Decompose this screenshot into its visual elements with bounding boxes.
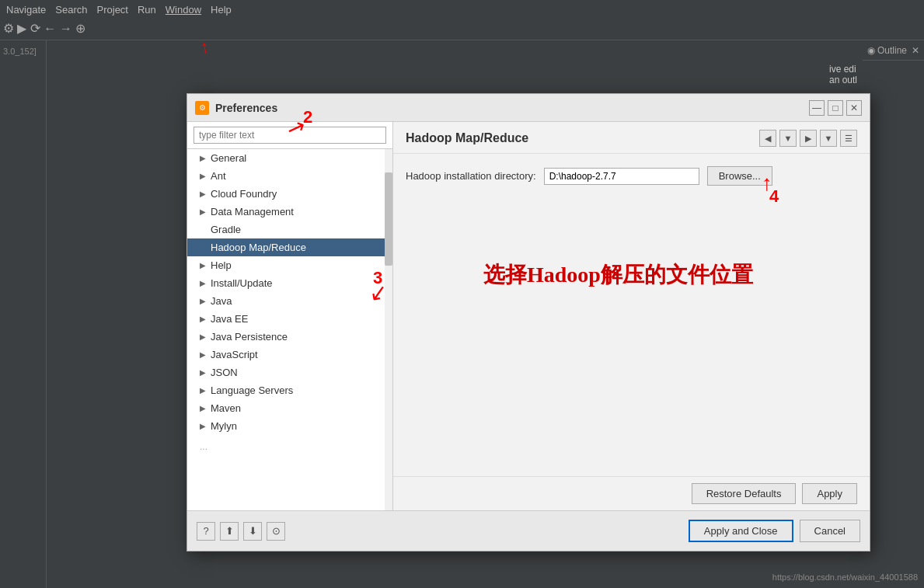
browse-button[interactable]: Browse... bbox=[707, 166, 772, 186]
arrow-java-persistence: ▶ bbox=[200, 332, 207, 341]
menu-window[interactable]: Window bbox=[166, 4, 201, 16]
settings-icon-button[interactable]: ⊙ bbox=[267, 522, 285, 541]
footer-left: ? ⬆ ⬇ ⊙ bbox=[197, 522, 285, 541]
nav-dropdown-button[interactable]: ▼ bbox=[779, 130, 797, 147]
arrow-data-management: ▶ bbox=[200, 207, 207, 216]
nav-forward-button[interactable]: ▶ bbox=[800, 130, 817, 147]
tree-item-java-persistence-label: Java Persistence bbox=[211, 331, 288, 343]
watermark: https://blog.csdn.net/waixin_44001588 bbox=[772, 572, 918, 582]
hadoop-dir-row: Hadoop installation directory: Browse... bbox=[406, 166, 857, 186]
arrow-install-update: ▶ bbox=[200, 279, 207, 287]
import-button[interactable]: ⬇ bbox=[243, 522, 262, 541]
dialog-title-left: ⚙ Preferences bbox=[195, 101, 277, 115]
apply-and-close-button[interactable]: Apply and Close bbox=[689, 520, 793, 542]
arrow-language-servers: ▶ bbox=[200, 386, 207, 395]
menu-project[interactable]: Project bbox=[97, 4, 128, 16]
tree-item-cloud-foundry-label: Cloud Foundry bbox=[211, 188, 277, 200]
arrow-javascript: ▶ bbox=[200, 350, 207, 359]
export-button[interactable]: ⬆ bbox=[220, 522, 239, 541]
menu-navigate[interactable]: Navigate bbox=[6, 4, 46, 16]
dialog-body: ▶ General ▶ Ant ▶ Cloud Foundry ▶ Data M… bbox=[187, 122, 870, 510]
tree-item-help[interactable]: ▶ Help bbox=[187, 256, 392, 274]
content-title: Hadoop Map/Reduce bbox=[406, 131, 528, 145]
tree-item-help-label: Help bbox=[211, 259, 232, 271]
tree-item-ant-label: Ant bbox=[211, 170, 226, 182]
arrow-java: ▶ bbox=[200, 297, 207, 305]
preferences-dialog: ⚙ Preferences — □ ✕ ▶ General ▶ An bbox=[187, 93, 870, 551]
tree-item-java-label: Java bbox=[211, 295, 232, 307]
tree-item-maven-label: Maven bbox=[211, 402, 241, 414]
tree-item-hadoop[interactable]: ▶ Hadoop Map/Reduce bbox=[187, 238, 392, 256]
content-body: Hadoop installation directory: Browse...… bbox=[393, 154, 870, 476]
cancel-button[interactable]: Cancel bbox=[800, 520, 860, 542]
dialog-close-button[interactable]: ✕ bbox=[846, 100, 862, 116]
dialog-title-text: Preferences bbox=[215, 102, 277, 114]
footer-right: Apply and Close Cancel bbox=[689, 520, 860, 542]
arrow-general: ▶ bbox=[200, 154, 207, 162]
content-header: Hadoop Map/Reduce ◀ ▼ ▶ ▼ ☰ bbox=[393, 122, 870, 154]
tree-item-gradle[interactable]: ▶ Gradle bbox=[187, 221, 392, 238]
tree-item-ant[interactable]: ▶ Ant bbox=[187, 167, 392, 185]
help-icon-button[interactable]: ? bbox=[197, 522, 215, 541]
arrow-ant: ▶ bbox=[200, 172, 207, 180]
tree-item-general[interactable]: ▶ General bbox=[187, 149, 392, 167]
tree-item-javascript[interactable]: ▶ JavaScript bbox=[187, 346, 392, 364]
tree-item-hadoop-label: Hadoop Map/Reduce bbox=[211, 242, 306, 253]
right-panel-text: ive edi an outl bbox=[823, 61, 924, 89]
ide-menubar: Navigate Search Project Run Window Help bbox=[0, 0, 924, 19]
dialog-restore-button[interactable]: □ bbox=[828, 100, 843, 116]
right-text-1: ive edi bbox=[829, 64, 918, 75]
outline-close-icon[interactable]: ✕ bbox=[912, 45, 919, 56]
outline-bar: ◉ Outline ✕ bbox=[863, 40, 924, 61]
right-text-2: an outl bbox=[829, 75, 918, 85]
tree-list: ▶ General ▶ Ant ▶ Cloud Foundry ▶ Data M… bbox=[187, 149, 392, 510]
tree-item-json[interactable]: ▶ JSON bbox=[187, 364, 392, 381]
tree-item-java[interactable]: ▶ Java bbox=[187, 292, 392, 310]
dialog-title-controls: — □ ✕ bbox=[809, 100, 862, 116]
tree-scroll-thumb[interactable] bbox=[385, 172, 392, 266]
content-actions: Restore Defaults Apply bbox=[393, 476, 870, 510]
tree-item-install-update-label: Install/Update bbox=[211, 277, 273, 289]
tree-item-mylyn-label: Mylyn bbox=[211, 420, 237, 432]
dialog-footer: ? ⬆ ⬇ ⊙ Apply and Close Cancel bbox=[187, 510, 870, 551]
tree-filter bbox=[187, 122, 392, 149]
outline-label: ◉ Outline bbox=[867, 45, 907, 56]
tree-item-language-servers[interactable]: ▶ Language Servers bbox=[187, 381, 392, 399]
arrow-cloud-foundry: ▶ bbox=[200, 190, 207, 198]
arrow-help: ▶ bbox=[200, 261, 207, 270]
content-nav: ◀ ▼ ▶ ▼ ☰ bbox=[759, 130, 857, 147]
tree-item-data-management-label: Data Management bbox=[211, 206, 294, 217]
toolbar-icons: ⚙ ▶ ⟳ ← → ⊕ bbox=[3, 21, 85, 36]
tree-item-java-ee-label: Java EE bbox=[211, 313, 248, 325]
menu-help[interactable]: Help bbox=[211, 4, 232, 16]
menu-run[interactable]: Run bbox=[138, 4, 156, 16]
tree-item-javascript-label: JavaScript bbox=[211, 349, 258, 360]
menu-search[interactable]: Search bbox=[55, 4, 87, 16]
restore-defaults-button[interactable]: Restore Defaults bbox=[692, 483, 797, 504]
tree-item-cloud-foundry[interactable]: ▶ Cloud Foundry bbox=[187, 185, 392, 203]
tree-item-maven[interactable]: ▶ Maven bbox=[187, 399, 392, 417]
apply-button[interactable]: Apply bbox=[802, 483, 857, 504]
tree-scrollbar[interactable] bbox=[385, 149, 392, 510]
tree-item-java-ee[interactable]: ▶ Java EE bbox=[187, 310, 392, 328]
tree-item-json-label: JSON bbox=[211, 367, 238, 378]
dialog-titlebar: ⚙ Preferences — □ ✕ bbox=[187, 94, 870, 122]
tree-item-java-persistence[interactable]: ▶ Java Persistence bbox=[187, 328, 392, 346]
dialog-minimize-button[interactable]: — bbox=[809, 100, 825, 116]
nav-menu-button[interactable]: ☰ bbox=[840, 130, 857, 147]
ide-toolbar: ⚙ ▶ ⟳ ← → ⊕ bbox=[0, 17, 924, 40]
nav-back-button[interactable]: ◀ bbox=[759, 130, 776, 147]
dialog-title-icon: ⚙ bbox=[195, 101, 209, 115]
hadoop-dir-input[interactable] bbox=[544, 168, 699, 185]
tree-item-data-management[interactable]: ▶ Data Management bbox=[187, 203, 392, 221]
annotation-chinese-text: 选择Hadoop解压的文件位置 bbox=[483, 263, 753, 287]
nav-dropdown2-button[interactable]: ▼ bbox=[820, 130, 837, 147]
arrow-mylyn: ▶ bbox=[200, 422, 207, 430]
tree-item-install-update[interactable]: ▶ Install/Update bbox=[187, 274, 392, 292]
arrow-json: ▶ bbox=[200, 368, 207, 377]
content-panel: Hadoop Map/Reduce ◀ ▼ ▶ ▼ ☰ Hadoop insta… bbox=[393, 122, 870, 510]
tree-item-general-label: General bbox=[211, 152, 246, 164]
tree-filter-input[interactable] bbox=[194, 127, 386, 144]
tree-item-mylyn[interactable]: ▶ Mylyn bbox=[187, 417, 392, 435]
tree-item-gradle-label: Gradle bbox=[211, 224, 241, 235]
